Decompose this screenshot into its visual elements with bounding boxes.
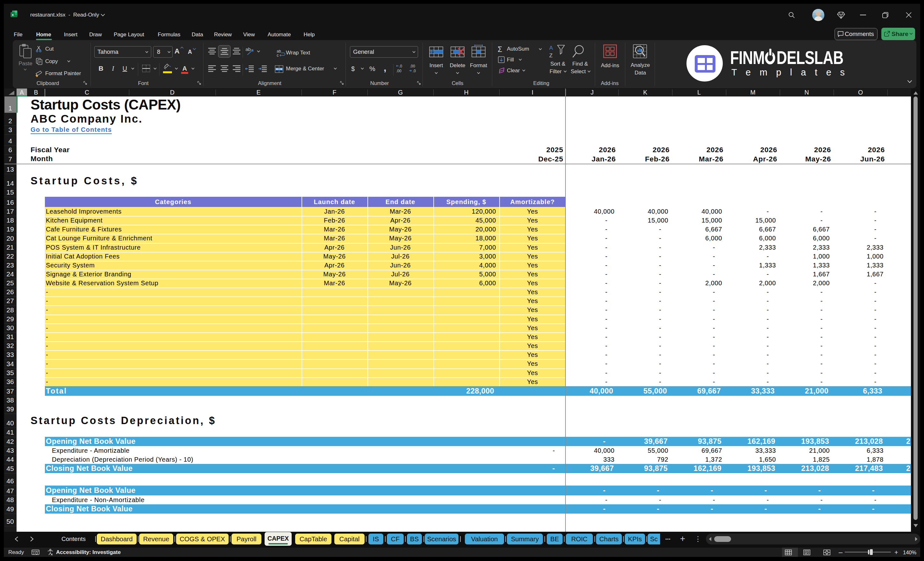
svg-text:.00: .00 — [396, 69, 402, 73]
svg-text:Z: Z — [549, 52, 552, 58]
svg-text:ab: ab — [246, 46, 251, 52]
svg-text:.0: .0 — [412, 69, 416, 73]
svg-text:x: x — [12, 13, 14, 16]
svg-text:ab: ab — [277, 49, 281, 54]
svg-text:.0: .0 — [399, 64, 402, 69]
svg-text:A: A — [549, 45, 553, 51]
svg-text:c: c — [277, 53, 279, 58]
svg-text:.00: .00 — [410, 64, 415, 69]
